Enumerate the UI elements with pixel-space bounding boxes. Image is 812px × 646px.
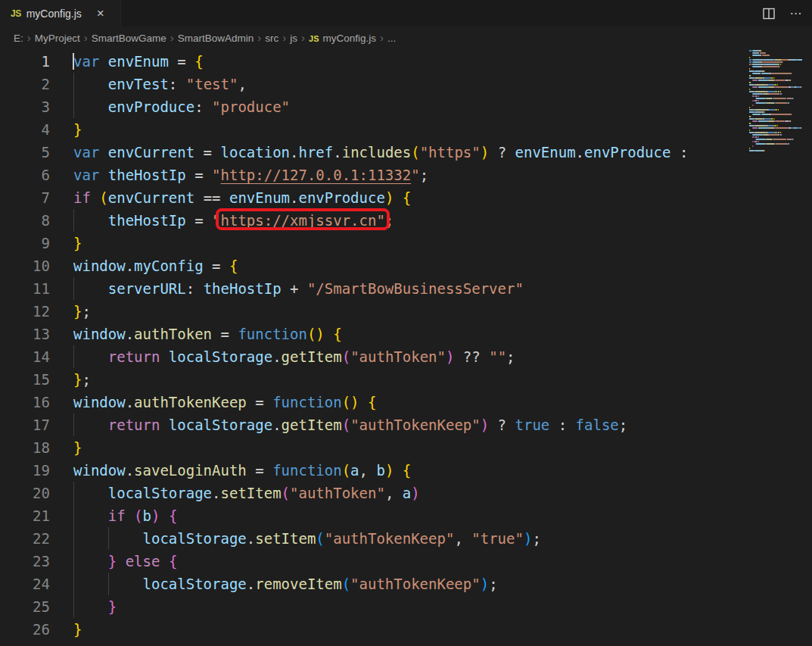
tab-close-button[interactable]: × [95, 6, 107, 20]
code-line[interactable]: 16window.authTokenKeep = function() { [0, 391, 812, 414]
code-line[interactable]: 14 return localStorage.getItem("authToke… [0, 345, 812, 368]
code-line[interactable]: 26} [0, 618, 812, 641]
code-text: var envEnum = { [73, 50, 204, 73]
code-line[interactable]: 18} [0, 436, 812, 459]
code-text: if (envCurrent == envEnum.envProduce) { [73, 186, 411, 209]
scrollbar[interactable] [802, 50, 812, 646]
code-line[interactable]: 4} [0, 118, 812, 141]
gutter-line-number: 10 [0, 254, 50, 277]
code-text: } else { [73, 550, 177, 573]
gutter-line-number: 4 [0, 118, 50, 141]
gutter-line-number: 16 [0, 391, 50, 414]
code-line[interactable]: 7if (envCurrent == envEnum.envProduce) { [0, 186, 812, 209]
code-line[interactable]: 5var envCurrent = location.href.includes… [0, 141, 812, 164]
code-line[interactable]: 12}; [0, 300, 812, 323]
code-text: } [73, 232, 82, 254]
tab-title: myConfig.js [26, 8, 82, 20]
gutter-line-number: 20 [0, 482, 50, 504]
code-text: window.myConfig = { [73, 254, 238, 277]
editor[interactable]: 1var envEnum = {2 envTest: "test",3 envP… [0, 50, 812, 646]
code-text: var envCurrent = location.href.includes(… [73, 141, 688, 164]
code-line[interactable]: 6var theHostIp = "http://127.0.0.1:11332… [0, 164, 812, 186]
chevron-right-icon: › [27, 31, 31, 44]
code-line[interactable]: 21 if (b) { [0, 504, 812, 527]
code-text: localStorage.setItem("authToken", a) [73, 482, 420, 504]
more-actions-button[interactable]: ⋯ [788, 5, 804, 22]
gutter-line-number: 23 [0, 550, 50, 573]
code-line[interactable]: 13window.authToken = function() { [0, 323, 812, 345]
vscode-window: JS myConfig.js × ⋯ E:›MyProject›SmartBow… [0, 0, 812, 646]
code-text: if (b) { [73, 504, 177, 527]
code-text: } [73, 618, 82, 641]
split-editor-button[interactable] [761, 5, 777, 22]
gutter-line-number: 24 [0, 573, 50, 595]
code-line[interactable]: 20 localStorage.setItem("authToken", a) [0, 482, 812, 504]
breadcrumb-item-myconfigjs[interactable]: JSmyConfig.js [309, 33, 376, 44]
code-text: }; [73, 300, 91, 323]
code-line[interactable]: 25 } [0, 595, 812, 618]
code-line[interactable]: 1var envEnum = { [0, 50, 812, 73]
gutter-line-number: 2 [0, 73, 50, 95]
code-line[interactable]: 15}; [0, 368, 812, 391]
code-lines: 1var envEnum = {2 envTest: "test",3 envP… [0, 50, 812, 646]
code-line[interactable]: 22 localStorage.setItem("authTokenKeep",… [0, 527, 812, 550]
gutter-line-number: 3 [0, 95, 50, 118]
code-text: window.authTokenKeep = function() { [73, 391, 376, 414]
code-text: window.clearLoginAuth = function() { [73, 641, 385, 646]
gutter-line-number: 1 [0, 50, 50, 73]
split-editor-icon [761, 6, 776, 21]
chevron-right-icon: › [84, 31, 88, 44]
gutter-line-number: 12 [0, 300, 50, 323]
breadcrumb-item-src[interactable]: src [265, 33, 278, 44]
gutter-line-number: 8 [0, 209, 50, 232]
text-cursor [73, 53, 74, 70]
gutter-line-number: 18 [0, 436, 50, 459]
breadcrumb-item-js[interactable]: js [290, 33, 297, 44]
code-line[interactable]: 2 envTest: "test", [0, 73, 812, 95]
code-line[interactable]: 10window.myConfig = { [0, 254, 812, 277]
minimap[interactable] [745, 50, 812, 646]
breadcrumb-item-[interactable]: ... [387, 33, 396, 44]
gutter-line-number: 19 [0, 459, 50, 482]
js-file-icon: JS [309, 34, 319, 43]
gutter-line-number: 26 [0, 618, 50, 641]
gutter-line-number: 7 [0, 186, 50, 209]
code-text: localStorage.removeItem("authTokenKeep")… [73, 573, 498, 595]
breadcrumb-item-e[interactable]: E: [14, 33, 23, 44]
code-line[interactable]: 23 } else { [0, 550, 812, 573]
gutter-line-number: 17 [0, 414, 50, 436]
code-line[interactable]: 8 theHostIp = "https://xmjssvr.cn"; [0, 209, 812, 232]
code-text: var theHostIp = "http://127.0.0.1:11332"… [73, 164, 428, 186]
code-line[interactable]: 17 return localStorage.getItem("authToke… [0, 414, 812, 436]
code-text: return localStorage.getItem("authToken")… [73, 345, 515, 368]
editor-actions: ⋯ [761, 0, 804, 27]
tab-bar: JS myConfig.js × ⋯ [0, 0, 812, 27]
code-text: } [73, 436, 82, 459]
gutter-line-number: 9 [0, 232, 50, 254]
breadcrumb-item-smartbowadmin[interactable]: SmartBowAdmin [178, 33, 254, 44]
gutter-line-number: 11 [0, 277, 50, 300]
code-text: window.authToken = function() { [73, 323, 342, 345]
code-line[interactable]: 9} [0, 232, 812, 254]
chevron-right-icon: › [170, 31, 174, 44]
chevron-right-icon: › [282, 31, 286, 44]
code-line[interactable]: 24 localStorage.removeItem("authTokenKee… [0, 573, 812, 595]
gutter-line-number: 6 [0, 164, 50, 186]
code-line[interactable]: 27window.clearLoginAuth = function() { [0, 641, 812, 646]
editor-tab-myconfig[interactable]: JS myConfig.js × [0, 0, 121, 27]
gutter-line-number: 21 [0, 504, 50, 527]
ellipsis-icon: ⋯ [790, 6, 803, 20]
code-line[interactable]: 19window.saveLoginAuth = function(a, b) … [0, 459, 812, 482]
code-text: }; [73, 368, 91, 391]
minimap-canvas[interactable] [748, 50, 802, 641]
code-text: envProduce: "produce" [73, 95, 290, 118]
js-file-icon: JS [11, 8, 21, 19]
breadcrumb: E:›MyProject›SmartBowGame›SmartBowAdmin›… [0, 27, 812, 50]
breadcrumb-item-myproject[interactable]: MyProject [35, 33, 80, 44]
code-line[interactable]: 11 serverURL: theHostIp + "/SmartBowBusi… [0, 277, 812, 300]
gutter-line-number: 27 [0, 641, 50, 646]
code-line[interactable]: 3 envProduce: "produce" [0, 95, 812, 118]
code-text: } [73, 595, 117, 618]
breadcrumb-item-smartbowgame[interactable]: SmartBowGame [92, 33, 166, 44]
red-annotation-box: https://xmjssvr.cn" [221, 212, 385, 229]
